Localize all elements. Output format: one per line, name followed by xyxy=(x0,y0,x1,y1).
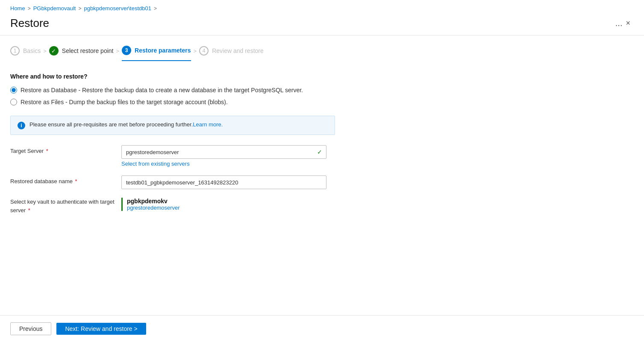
key-vault-value: pgbkpdemokv pgrestoredemoserver xyxy=(121,198,180,211)
breadcrumb-home[interactable]: Home xyxy=(10,5,25,12)
restore-as-database-option[interactable]: Restore as Database - Restore the backup… xyxy=(10,87,634,94)
step-2-label: Select restore point xyxy=(62,47,114,54)
restore-as-files-radio[interactable] xyxy=(10,99,17,105)
restore-as-files-option[interactable]: Restore as Files - Dump the backup files… xyxy=(10,99,634,105)
header-ellipsis-menu[interactable]: ... xyxy=(615,18,623,28)
target-server-field: Target Server * ✓ Select from existing s… xyxy=(10,145,634,167)
step-1-label: Basics xyxy=(23,47,41,54)
restored-db-name-input[interactable] xyxy=(121,175,326,189)
key-vault-label: Select key vault to authenticate with ta… xyxy=(10,198,121,214)
step-1[interactable]: 1 Basics xyxy=(10,46,41,61)
restored-db-name-control xyxy=(121,175,326,189)
target-server-control: ✓ Select from existing servers xyxy=(121,145,326,167)
step-4[interactable]: 4 Review and restore xyxy=(199,46,264,61)
target-server-required: * xyxy=(44,148,48,154)
target-server-input[interactable] xyxy=(121,145,326,159)
breadcrumb: Home > PGbkpdemovault > pgbkpdemoserver\… xyxy=(0,0,644,15)
target-server-input-wrapper: ✓ xyxy=(121,145,326,159)
info-message: Please ensure all pre-requisites are met… xyxy=(29,121,193,128)
target-server-label: Target Server * xyxy=(10,145,121,154)
close-button[interactable]: × xyxy=(622,17,634,29)
next-button[interactable]: Next: Review and restore > xyxy=(56,323,146,335)
restore-options: Restore as Database - Restore the backup… xyxy=(10,87,634,105)
restored-db-name-required: * xyxy=(74,178,77,184)
step-2[interactable]: ✓ Select restore point xyxy=(49,46,114,61)
info-text: Please ensure all pre-requisites are met… xyxy=(29,121,223,128)
restore-as-files-label: Restore as Files - Dump the backup files… xyxy=(21,99,228,105)
step-3[interactable]: 3 Restore parameters xyxy=(122,46,191,61)
wizard-steps: 1 Basics > ✓ Select restore point > 3 Re… xyxy=(0,35,644,61)
breadcrumb-sep-2: > xyxy=(78,6,81,12)
step-4-circle: 4 xyxy=(199,46,209,56)
restore-as-database-label: Restore as Database - Restore the backup… xyxy=(21,87,303,94)
step-2-circle: ✓ xyxy=(49,46,59,56)
page-title: Restore xyxy=(10,17,611,30)
restore-as-database-radio[interactable] xyxy=(10,87,17,94)
info-box: i Please ensure all pre-requisites are m… xyxy=(10,116,335,135)
step-4-label: Review and restore xyxy=(212,47,264,54)
target-server-check-icon: ✓ xyxy=(317,149,322,155)
restored-db-name-field: Restored database name * xyxy=(10,175,634,189)
key-vault-name: pgbkpdemokv xyxy=(127,198,180,205)
learn-more-link[interactable]: Learn more. xyxy=(193,121,223,128)
key-vault-required: * xyxy=(26,207,30,213)
main-content: Where and how to restore? Restore as Dat… xyxy=(0,61,644,269)
breadcrumb-sep-1: > xyxy=(28,6,31,12)
breadcrumb-sep-3: > xyxy=(154,6,157,12)
step-arrow-1: > xyxy=(43,48,47,59)
previous-button[interactable]: Previous xyxy=(10,322,51,335)
breadcrumb-server[interactable]: pgbkpdemoserver\testdb01 xyxy=(84,5,151,12)
key-vault-server-link[interactable]: pgrestoredemoserver xyxy=(127,205,180,211)
step-arrow-2: > xyxy=(116,48,119,59)
content-spacer xyxy=(0,269,644,315)
info-icon: i xyxy=(18,122,25,129)
step-1-circle: 1 xyxy=(10,46,20,56)
breadcrumb-vault[interactable]: PGbkpdemovault xyxy=(33,5,76,12)
footer: Previous Next: Review and restore > xyxy=(0,315,644,342)
step-arrow-3: > xyxy=(194,48,197,59)
section-title: Where and how to restore? xyxy=(10,73,634,80)
page-header: Restore ... × xyxy=(0,15,644,35)
step-3-label: Restore parameters xyxy=(135,47,191,54)
select-existing-servers-link[interactable]: Select from existing servers xyxy=(121,161,190,167)
key-vault-field: Select key vault to authenticate with ta… xyxy=(10,198,634,214)
restored-db-name-label: Restored database name * xyxy=(10,175,121,184)
step-3-circle: 3 xyxy=(122,46,131,55)
